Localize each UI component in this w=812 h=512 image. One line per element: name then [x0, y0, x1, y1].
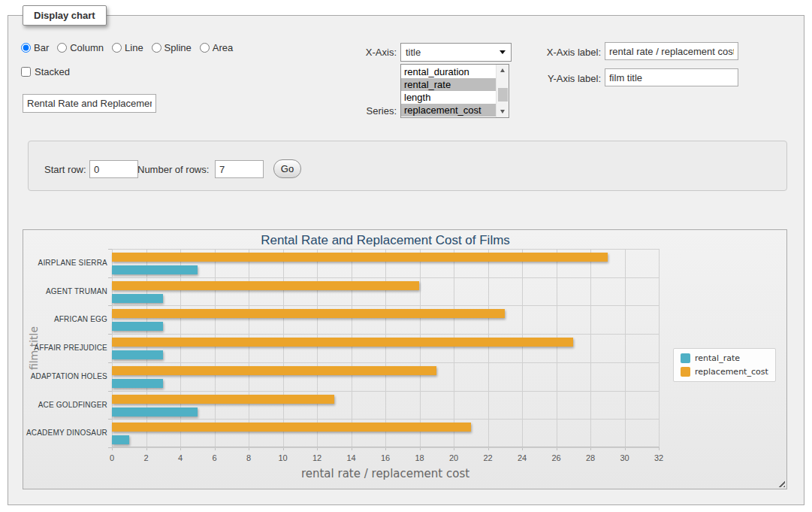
series-scrollbar[interactable]	[496, 65, 509, 117]
y-gridline	[112, 362, 659, 363]
x-gridline	[180, 249, 181, 447]
category-label: AGENT TRUMAN	[23, 277, 107, 306]
y-tick-mark	[108, 249, 112, 250]
start-row-input[interactable]	[89, 160, 138, 178]
y-gridline	[112, 447, 659, 448]
y-tick-mark	[108, 305, 112, 306]
series-option-rental_duration[interactable]: rental_duration	[401, 65, 496, 78]
replacement_cost-bar	[112, 253, 608, 262]
stacked-checkbox[interactable]	[21, 67, 31, 77]
rental_rate-bar	[112, 435, 129, 444]
chart-type-radio-column[interactable]	[57, 43, 67, 53]
chart-type-option-column[interactable]: Column	[57, 42, 104, 53]
scroll-up-icon[interactable]	[497, 65, 509, 76]
x-gridline	[522, 249, 523, 447]
y-tick-mark	[108, 447, 112, 448]
replacement_cost-bar	[112, 338, 573, 347]
y-tick-mark	[108, 334, 112, 335]
y-tick-mark	[108, 362, 112, 363]
series-option-length[interactable]: length	[401, 91, 496, 104]
category-label: AFRICAN EGG	[23, 305, 107, 334]
replacement_cost-bar	[112, 395, 334, 404]
category-axis-labels: AIRPLANE SIERRAAGENT TRUMANAFRICAN EGGAF…	[23, 249, 107, 447]
stacked-checkbox-row[interactable]: Stacked	[21, 66, 70, 77]
chart-title: Rental Rate and Replacement Cost of Film…	[112, 233, 659, 248]
legend-swatch-icon	[681, 367, 690, 377]
x-tick-label: 28	[586, 453, 595, 462]
category-label: ACADEMY DINOSAUR	[23, 419, 107, 447]
legend-item-rental_rate[interactable]: rental_rate	[681, 353, 768, 363]
rental_rate-bar	[112, 322, 163, 331]
series-multiselect[interactable]: rental_durationrental_ratelengthreplacem…	[400, 64, 509, 118]
x-tick-label: 12	[312, 453, 321, 462]
chart-type-radio-label: Bar	[34, 42, 49, 53]
legend-label: replacement_cost	[695, 367, 768, 377]
x-tick-label: 32	[654, 453, 663, 462]
chevron-down-icon	[500, 50, 506, 54]
resize-handle-icon[interactable]	[777, 479, 785, 487]
x-axis-select[interactable]: title	[400, 43, 512, 62]
x-gridline	[625, 249, 626, 447]
scrollbar-thumb[interactable]	[498, 88, 508, 101]
series-options-list: rental_durationrental_ratelengthreplacem…	[401, 65, 496, 117]
replacement_cost-bar	[112, 309, 505, 318]
rental_rate-bar	[112, 379, 163, 388]
x-tick-label: 14	[346, 453, 355, 462]
number-of-rows-label: Number of rows:	[137, 164, 209, 175]
x-tick-label: 2	[143, 453, 148, 462]
x-gridline	[590, 249, 591, 447]
x-tick-label: 18	[415, 453, 424, 462]
x-axis-label-input[interactable]	[605, 42, 738, 60]
series-option-replacement_cost[interactable]: replacement_cost	[401, 104, 496, 117]
x-tick-label: 26	[551, 453, 560, 462]
category-label: ACE GOLDFINGER	[23, 391, 107, 420]
y-gridline	[112, 305, 659, 306]
x-gridline	[420, 249, 421, 447]
y-gridline	[112, 419, 659, 420]
x-gridline	[249, 249, 249, 447]
number-of-rows-input[interactable]	[215, 160, 264, 178]
y-gridline	[112, 249, 659, 250]
y-axis-label-input[interactable]	[605, 68, 738, 86]
x-gridline	[317, 249, 318, 447]
x-tick-label: 4	[178, 453, 183, 462]
replacement_cost-bar	[112, 423, 471, 432]
chart-type-radio-area[interactable]	[200, 43, 210, 53]
x-tick-label: 22	[483, 453, 492, 462]
chart-type-radio-line[interactable]	[112, 43, 122, 53]
chart-type-radio-label: Column	[70, 42, 104, 53]
rental_rate-bar	[112, 265, 198, 274]
replacement_cost-bar	[112, 281, 419, 290]
chart-type-radios: BarColumnLineSplineArea	[21, 42, 233, 53]
chart-type-option-area[interactable]: Area	[200, 42, 233, 53]
chart-type-option-line[interactable]: Line	[112, 42, 143, 53]
y-axis-label-label: Y-Axis label:	[526, 73, 601, 84]
scroll-down-icon[interactable]	[497, 106, 509, 117]
x-tick-label: 8	[246, 453, 251, 462]
x-axis-select-label: X-Axis:	[346, 47, 397, 58]
chart-container: Rental Rate and Replacement Cost of Film…	[23, 229, 787, 489]
x-tick-label: 0	[110, 453, 114, 462]
series-option-rental_rate[interactable]: rental_rate	[401, 78, 496, 91]
legend-swatch-icon	[681, 353, 690, 363]
category-label: AFFAIR PREJUDICE	[23, 334, 107, 362]
x-tick-label: 16	[381, 453, 390, 462]
legend-item-replacement_cost[interactable]: replacement_cost	[681, 367, 768, 377]
chart-type-option-spline[interactable]: Spline	[152, 42, 192, 53]
chart-type-radio-spline[interactable]	[152, 43, 161, 53]
y-gridline	[112, 391, 659, 392]
x-gridline	[488, 249, 489, 447]
chart-title-input[interactable]	[23, 94, 156, 113]
series-select-label: Series:	[346, 105, 397, 117]
x-gridline	[283, 249, 284, 447]
chart-type-radio-bar[interactable]	[21, 43, 31, 53]
category-label: AIRPLANE SIERRA	[23, 249, 107, 277]
chart-type-option-bar[interactable]: Bar	[21, 42, 49, 53]
y-gridline	[112, 277, 659, 278]
x-axis-label-label: X-Axis label:	[526, 47, 601, 58]
x-axis-line	[112, 447, 659, 447]
rental_rate-bar	[112, 407, 198, 417]
go-button[interactable]: Go	[273, 159, 301, 178]
x-gridline	[557, 249, 557, 447]
y-gridline	[112, 334, 659, 335]
